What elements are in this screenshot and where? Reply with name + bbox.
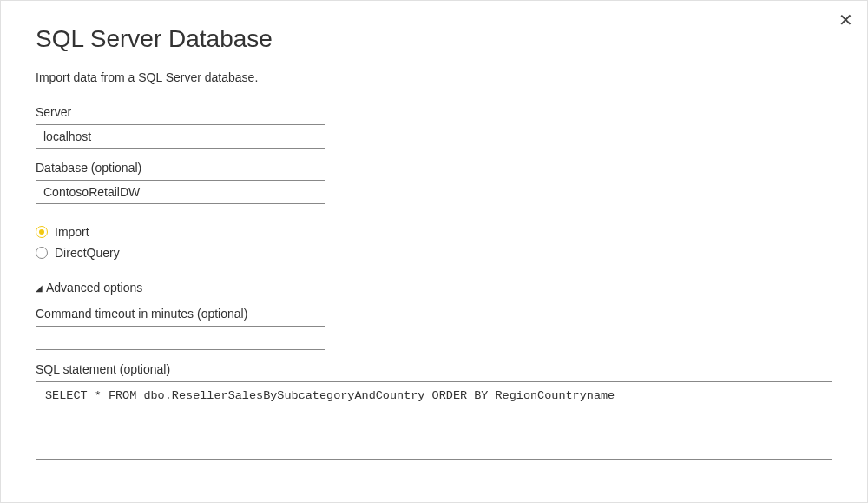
timeout-field-group: Command timeout in minutes (optional): [36, 307, 832, 350]
dialog-title: SQL Server Database: [36, 25, 832, 53]
sql-server-dialog: SQL Server Database Import data from a S…: [1, 1, 867, 463]
timeout-label: Command timeout in minutes (optional): [36, 307, 832, 321]
server-input[interactable]: [36, 124, 326, 149]
close-icon: ✕: [838, 10, 853, 30]
import-radio-label: Import: [55, 225, 89, 239]
dialog-subtitle: Import data from a SQL Server database.: [36, 70, 832, 84]
database-label: Database (optional): [36, 161, 832, 175]
database-field-group: Database (optional): [36, 161, 832, 204]
connection-mode-group: Import DirectQuery: [36, 225, 832, 260]
triangle-down-icon: ◢: [36, 283, 43, 293]
advanced-options-toggle[interactable]: ◢ Advanced options: [36, 281, 832, 295]
server-label: Server: [36, 105, 832, 119]
database-input[interactable]: [36, 180, 326, 204]
close-button[interactable]: ✕: [835, 8, 857, 32]
sql-statement-input[interactable]: [36, 381, 832, 460]
sql-label: SQL statement (optional): [36, 362, 832, 376]
directquery-radio[interactable]: DirectQuery: [36, 246, 832, 260]
server-field-group: Server: [36, 105, 832, 149]
advanced-options-label: Advanced options: [46, 281, 142, 295]
directquery-radio-label: DirectQuery: [55, 246, 120, 260]
import-radio[interactable]: Import: [36, 225, 832, 239]
radio-dot-icon: [39, 229, 44, 235]
sql-field-group: SQL statement (optional): [36, 362, 832, 463]
radio-unselected-icon: [36, 247, 48, 259]
timeout-input[interactable]: [36, 326, 326, 350]
radio-selected-icon: [36, 226, 48, 238]
